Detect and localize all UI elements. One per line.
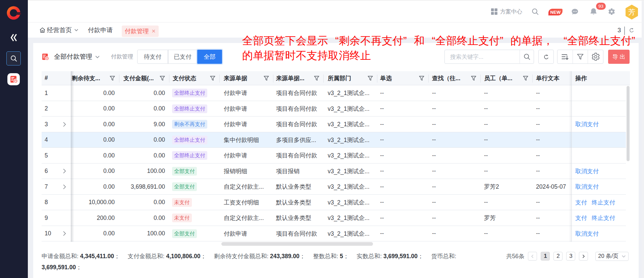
svg-text:CRM: CRM: [16, 13, 21, 15]
svg-text:¥: ¥: [46, 57, 48, 60]
svg-text:¥: ¥: [14, 79, 17, 83]
